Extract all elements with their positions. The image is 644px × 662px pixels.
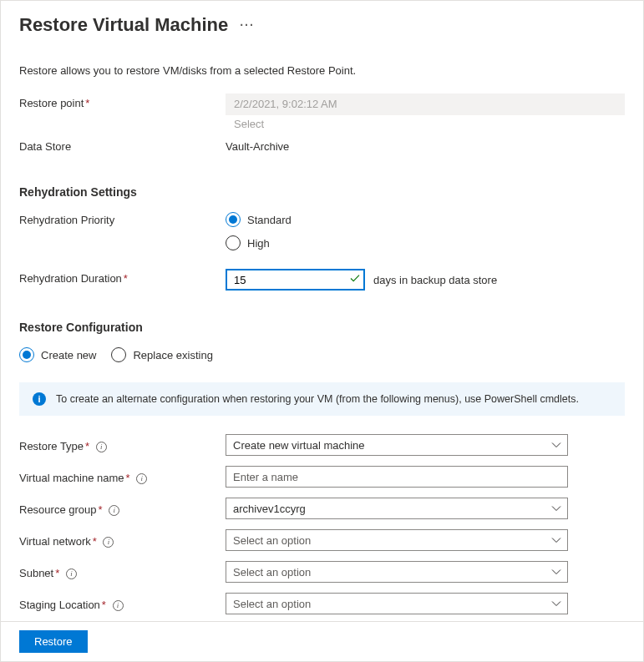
- restore-point-label: Restore point*: [19, 93, 226, 109]
- radio-icon: [19, 347, 34, 362]
- info-banner: i To create an alternate configuration w…: [19, 382, 625, 416]
- radio-icon: [111, 347, 126, 362]
- radio-icon: [226, 212, 241, 227]
- virtual-network-dropdown[interactable]: Select an option: [226, 529, 568, 551]
- restore-config-section-title: Restore Configuration: [19, 321, 625, 334]
- radio-label: Create new: [41, 349, 96, 361]
- radio-label: Replace existing: [133, 349, 212, 361]
- rehydration-priority-label: Rehydration Priority: [19, 210, 226, 226]
- resource-group-label: Resource group* i: [19, 500, 226, 517]
- vm-name-label: Virtual machine name* i: [19, 468, 226, 485]
- staging-location-label: Staging Location* i: [19, 595, 226, 612]
- virtual-network-label: Virtual network* i: [19, 532, 226, 548]
- priority-radio-standard[interactable]: Standard: [226, 210, 625, 229]
- resource-group-dropdown[interactable]: archivev1ccyrg: [226, 498, 568, 519]
- info-tooltip-icon[interactable]: i: [136, 473, 147, 484]
- info-tooltip-icon[interactable]: i: [113, 600, 124, 611]
- vm-name-input[interactable]: [226, 466, 568, 488]
- info-tooltip-icon[interactable]: i: [109, 505, 119, 516]
- staging-location-dropdown[interactable]: Select an option: [226, 593, 568, 614]
- radio-label: High: [247, 237, 270, 250]
- info-tooltip-icon[interactable]: i: [103, 537, 114, 548]
- rehydration-duration-label: Rehydration Duration*: [19, 269, 226, 285]
- rehydration-section-title: Rehydration Settings: [19, 185, 625, 199]
- radio-label: Standard: [247, 214, 292, 226]
- rehydration-duration-input[interactable]: [226, 269, 365, 291]
- config-radio-create-new[interactable]: Create new: [19, 346, 96, 364]
- config-radio-replace-existing[interactable]: Replace existing: [111, 346, 212, 364]
- page-title: Restore Virtual Machine: [19, 14, 228, 36]
- more-icon[interactable]: ···: [240, 18, 255, 32]
- data-store-value: Vault-Archive: [226, 137, 625, 156]
- restore-point-value: 2/2/2021, 9:02:12 AM: [226, 93, 625, 115]
- info-icon: i: [33, 392, 46, 406]
- restore-type-label: Restore Type* i: [19, 437, 226, 453]
- restore-type-dropdown[interactable]: Create new virtual machine: [226, 434, 568, 456]
- restore-point-select-link[interactable]: Select: [226, 115, 272, 130]
- info-text: To create an alternate configuration whe…: [56, 393, 579, 405]
- footer-bar: Restore: [1, 621, 643, 661]
- data-store-label: Data Store: [19, 137, 226, 153]
- priority-radio-high[interactable]: High: [226, 234, 625, 252]
- description-text: Restore allows you to restore VM/disks f…: [19, 64, 625, 77]
- info-tooltip-icon[interactable]: i: [96, 442, 107, 452]
- subnet-label: Subnet* i: [19, 563, 226, 580]
- duration-suffix-text: days in backup data store: [373, 274, 497, 286]
- info-tooltip-icon[interactable]: i: [66, 569, 77, 579]
- restore-button[interactable]: Restore: [19, 630, 88, 653]
- radio-icon: [226, 235, 241, 250]
- subnet-dropdown[interactable]: Select an option: [226, 561, 568, 583]
